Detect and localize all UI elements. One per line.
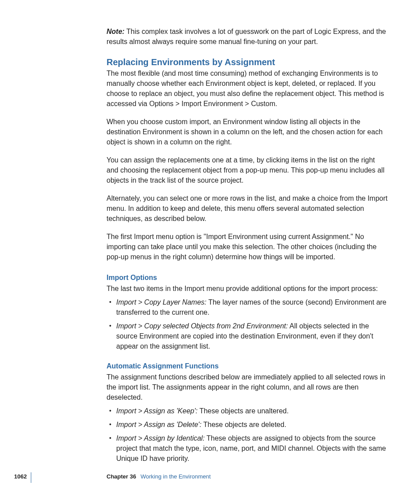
paragraph: When you choose custom import, an Enviro… [107,117,388,147]
bullet-list-import-options: Import > Copy Layer Names: The layer nam… [107,297,388,351]
paragraph: Alternately, you can select one or more … [107,193,388,224]
paragraph: The first Import menu option is "Import … [107,232,388,262]
list-item-text: These objects are deleted. [202,421,287,428]
list-item: Import > Assign by Identical: These obje… [107,433,388,464]
note-text: This complex task involves a lot of gues… [107,28,386,45]
chapter-number: Chapter 36 [107,473,136,480]
list-item: Import > Copy selected Objects from 2nd … [107,321,388,351]
paragraph: The last two items in the Import menu pr… [107,283,388,294]
footer-chapter: Chapter 36Working in the Environment [107,473,211,480]
list-item-label: Import > Assign as 'Delete': [116,421,202,428]
subsection-heading-import-options: Import Options [107,272,388,283]
subsection-heading-automatic-assignment: Automatic Assignment Functions [107,361,388,371]
page-footer: 1062 Chapter 36Working in the Environmen… [0,472,420,483]
paragraph: The assignment functions described below… [107,372,388,402]
list-item: Import > Assign as 'Keep': These objects… [107,406,388,416]
note-label: Note: [107,28,125,35]
paragraph: The most flexible (and most time consumi… [107,68,388,109]
footer-separator [31,472,31,483]
body-text-column: Note: This complex task involves a lot o… [107,26,388,473]
list-item: Import > Assign as 'Delete': These objec… [107,419,388,430]
list-item: Import > Copy Layer Names: The layer nam… [107,297,388,317]
note-paragraph: Note: This complex task involves a lot o… [107,26,388,47]
list-item-label: Import > Assign by Identical: [116,434,205,442]
list-item-label: Import > Copy selected Objects from 2nd … [116,322,288,330]
paragraph: You can assign the replacements one at a… [107,155,388,185]
page-number: 1062 [14,473,27,480]
document-page: Note: This complex task involves a lot o… [0,0,420,504]
list-item-label: Import > Assign as 'Keep': [116,407,198,415]
section-heading-replacing: Replacing Environments by Assignment [107,57,388,67]
chapter-title: Working in the Environment [140,473,210,480]
list-item-text: These objects are unaltered. [198,407,289,415]
list-item-label: Import > Copy Layer Names: [116,298,206,306]
bullet-list-assignment: Import > Assign as 'Keep': These objects… [107,406,388,464]
